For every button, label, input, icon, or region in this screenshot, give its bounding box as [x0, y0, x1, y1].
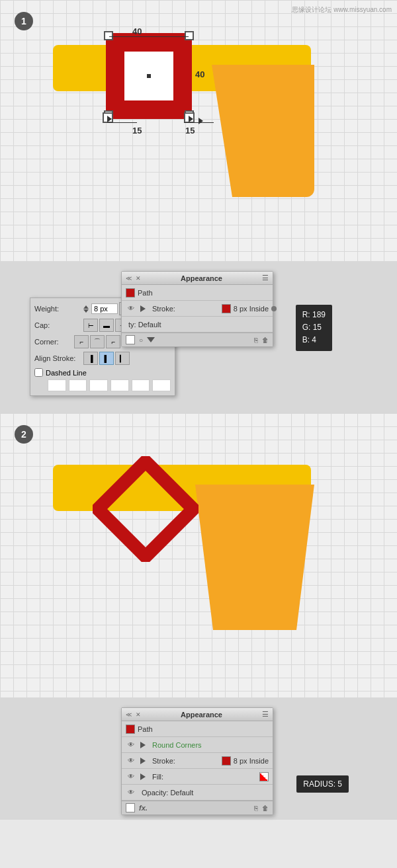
collapse-arrows[interactable]: ≪ [126, 275, 132, 282]
path-icon-swatch [126, 288, 135, 297]
handle-tl[interactable] [104, 31, 113, 40]
step2-badge: 2 [15, 425, 33, 444]
eye-icon-1[interactable]: 👁 [126, 305, 136, 313]
appearance-panel-1: ≪ ✕ Appearance ☰ Path 👁 Stroke: 8 px Ins… [121, 271, 273, 347]
eye-icon-3[interactable]: 👁 [126, 757, 136, 765]
stroke-value-text-2: 8 px Inside [234, 757, 269, 765]
appearance-panel-2: ≪ ✕ Appearance ☰ Path 👁 Round Corners RA… [121, 707, 273, 815]
panel-title-1: Appearance [181, 274, 222, 282]
round-corners-link[interactable]: Round Corners [152, 741, 202, 749]
opacity-label-2: Opacity: Default [142, 789, 269, 797]
weight-input[interactable]: 8 px [91, 303, 118, 314]
stroke-row-panel-2: 👁 Stroke: 8 px Inside [122, 753, 273, 769]
dash-field-4[interactable] [110, 379, 129, 391]
panel-titlebar-2: ≪ ✕ Appearance ☰ [122, 708, 273, 721]
cap-btn-2[interactable]: ▬ [99, 319, 114, 332]
handle-tr[interactable] [185, 31, 194, 40]
dashed-fields [48, 379, 171, 391]
corner-btn-1[interactable]: ⌐ [74, 335, 89, 348]
fill-row: 👁 Fill: [122, 769, 273, 785]
connector-dot [271, 306, 277, 311]
cap-btn-1[interactable]: ⊢ [83, 319, 98, 332]
dash-field-1[interactable] [48, 379, 66, 391]
red-square-outer [106, 33, 192, 119]
panel-title-2: Appearance [181, 711, 222, 719]
play-icon-4 [140, 773, 147, 780]
color-tooltip: R: 189 G: 15 B: 4 [296, 305, 332, 351]
stroke-value-text: 8 px Inside [234, 305, 269, 313]
panel-footer-1: ○ ⎘ 🗑 [122, 333, 273, 346]
stroke-label-panel-2: Stroke: [152, 757, 219, 765]
step1-badge: 1 [15, 12, 33, 30]
watermark-text: 思缘设计论坛 www.missyuan.com [292, 5, 392, 15]
dashed-checkbox[interactable] [34, 368, 43, 377]
dashed-line-row: Dashed Line [34, 368, 171, 377]
round-corners-label[interactable]: Round Corners [152, 741, 269, 749]
orange-piece-2 [195, 485, 314, 630]
footer-square-icon [126, 335, 135, 344]
center-dot [147, 74, 151, 78]
panel-footer-2: fx. ⎘ 🗑 [122, 801, 273, 814]
corner-btn-3[interactable]: ⌐ [106, 335, 120, 348]
eye-icon-4[interactable]: 👁 [126, 773, 136, 781]
fx-label[interactable]: fx. [139, 804, 148, 812]
stroke-color-swatch-2[interactable] [222, 756, 231, 766]
red-square-inner [124, 52, 173, 100]
round-corners-row: 👁 Round Corners RADIUS: 5 [122, 737, 273, 753]
stroke-color-swatch[interactable] [222, 304, 231, 313]
corner-buttons: ⌐ ⌒ ⌐ [74, 335, 120, 348]
trash-icon-2[interactable]: 🗑 [262, 805, 269, 812]
dash-field-5[interactable] [132, 379, 150, 391]
footer-square-icon-2 [126, 803, 135, 812]
path-icon-swatch-2 [126, 725, 135, 734]
play-icon-2 [140, 742, 147, 748]
color-b: B: 4 [302, 334, 326, 346]
dim-bottom-right-label: 15 [185, 126, 195, 136]
copy-icon-2[interactable]: ⎘ [254, 805, 258, 812]
weight-label: Weight: [34, 305, 81, 313]
dash-field-2[interactable] [69, 379, 87, 391]
copy-icon[interactable]: ⎘ [254, 336, 258, 344]
color-g: G: 15 [302, 321, 326, 334]
align-btn-2[interactable]: ▌ [99, 352, 114, 365]
dash-field-6[interactable] [152, 379, 171, 391]
panel-controls-left: ≪ ✕ [126, 275, 141, 282]
collapse-arrows-2[interactable]: ≪ [126, 711, 132, 718]
fill-label: Fill: [152, 773, 257, 781]
svg-marker-0 [98, 461, 193, 557]
play-icon-1 [140, 305, 147, 312]
panel-section-1: Weight: 8 px ▾ Cap: ⊢ ▬ ⊣ Corner: [0, 261, 397, 413]
arrow-top-line [109, 36, 189, 37]
close-x[interactable]: ✕ [136, 275, 141, 282]
trash-icon[interactable]: 🗑 [262, 336, 269, 344]
panel-menu-icon-2[interactable]: ☰ [262, 710, 269, 719]
dash-field-3[interactable] [89, 379, 108, 391]
eye-icon-5: 👁 [126, 789, 136, 797]
dim-side-label: 40 [195, 69, 204, 79]
panel-controls-left-2: ≪ ✕ [126, 711, 141, 718]
fill-color-icon[interactable] [259, 772, 269, 781]
opacity-row-1: ty: Default [122, 317, 273, 333]
close-x-2[interactable]: ✕ [136, 711, 141, 718]
align-btn-1[interactable]: ▐ [83, 352, 98, 365]
graphic-area-1: 40 40 15 15 [53, 26, 337, 238]
section1-graphic: 1 40 40 15 15 [0, 0, 397, 261]
stroke-label-panel: Stroke: [152, 305, 219, 313]
opacity-label-1: ty: Default [128, 321, 269, 329]
path-row-2: Path [122, 721, 273, 737]
corner-btn-2[interactable]: ⌒ [90, 335, 105, 348]
red-diamond-svg [93, 456, 198, 562]
color-r: R: 189 [302, 309, 326, 321]
align-btn-3[interactable]: ▎ [115, 352, 130, 365]
diamond-graphic [53, 446, 337, 678]
arrow-bl-line [107, 122, 137, 123]
path-row-1: Path [122, 285, 273, 301]
arrow-right [198, 118, 203, 124]
panel-menu-icon[interactable]: ☰ [262, 274, 269, 282]
circle-icon: ○ [139, 336, 143, 344]
eye-icon-2[interactable]: 👁 [126, 741, 136, 749]
orange-piece-1 [212, 65, 314, 197]
panel-section-2: ≪ ✕ Appearance ☰ Path 👁 Round Corners RA… [0, 697, 397, 820]
arrow-indicator-right [184, 112, 195, 123]
dashed-label: Dashed Line [46, 369, 87, 377]
